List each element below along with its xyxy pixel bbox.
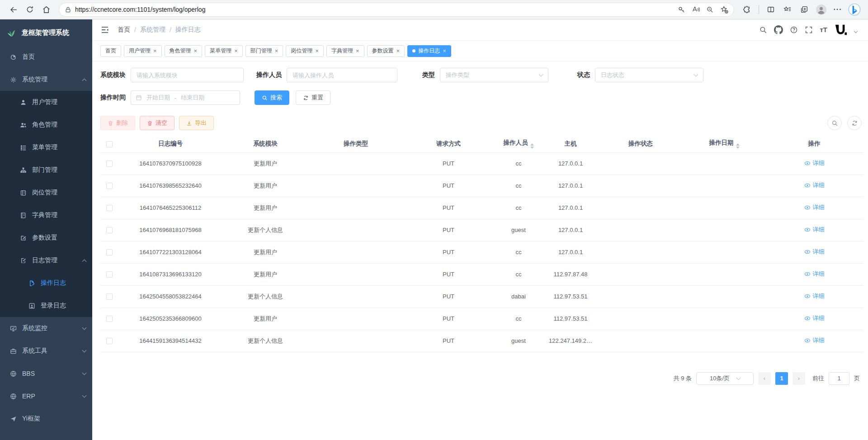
fullscreen-icon[interactable]	[805, 26, 813, 34]
github-icon[interactable]	[774, 25, 783, 34]
status-select[interactable]: 日志状态	[595, 68, 703, 82]
breadcrumb-home[interactable]: 首页	[118, 26, 130, 34]
tab[interactable]: 参数设置×	[367, 45, 405, 57]
tab-label: 部门管理	[250, 47, 272, 55]
goto-page-input[interactable]	[829, 372, 849, 385]
bing-chat-icon[interactable]	[847, 2, 862, 17]
detail-link[interactable]: 详细	[804, 226, 825, 234]
close-icon[interactable]: ×	[356, 48, 359, 54]
row-checkbox[interactable]	[106, 316, 113, 322]
tab[interactable]: 首页	[100, 45, 121, 57]
sidebar-item[interactable]: 系统管理	[0, 68, 92, 91]
tab[interactable]: 部门管理×	[245, 45, 283, 57]
row-checkbox[interactable]	[106, 249, 113, 255]
favorite-add-icon[interactable]	[720, 5, 728, 14]
sidebar-item[interactable]: 角色管理	[0, 114, 92, 136]
close-icon[interactable]: ×	[396, 48, 400, 54]
home-icon[interactable]	[39, 2, 53, 17]
extensions-icon[interactable]	[740, 2, 754, 17]
sidebar-collapse-icon[interactable]	[100, 25, 109, 34]
date-range-picker[interactable]: 开始日期 - 结束日期	[131, 90, 240, 105]
sidebar-item[interactable]: 登录日志	[0, 294, 92, 317]
next-page-button[interactable]	[793, 372, 805, 385]
current-page-button[interactable]: 1	[775, 372, 788, 385]
more-options-icon[interactable]	[830, 2, 845, 17]
row-checkbox[interactable]	[106, 183, 113, 189]
search-button[interactable]: 搜索	[255, 90, 289, 105]
close-icon[interactable]: ×	[315, 48, 319, 54]
row-checkbox[interactable]	[106, 161, 113, 167]
detail-link[interactable]: 详细	[804, 270, 825, 278]
sidebar-item[interactable]: 系统工具	[0, 340, 92, 362]
app-logo[interactable]: 意框架管理系统	[0, 19, 92, 46]
detail-link[interactable]: 详细	[804, 159, 825, 167]
help-icon[interactable]	[790, 26, 798, 34]
reset-button[interactable]: 重置	[296, 90, 330, 105]
tab[interactable]: 用户管理×	[124, 45, 162, 57]
close-icon[interactable]: ×	[153, 48, 157, 54]
collections-icon[interactable]	[797, 2, 811, 17]
tab[interactable]: 角色管理×	[165, 45, 203, 57]
close-icon[interactable]: ×	[275, 48, 278, 54]
export-button[interactable]: 导出	[179, 116, 214, 130]
back-icon[interactable]	[6, 2, 21, 17]
select-all-checkbox[interactable]	[106, 141, 113, 147]
address-bar[interactable]: https://ccnetcore.com:1101/system/log/op…	[59, 3, 734, 17]
clear-button[interactable]: 清空	[140, 116, 175, 130]
detail-link[interactable]: 详细	[804, 336, 825, 345]
sort-caret-icon[interactable]	[530, 143, 534, 149]
tab[interactable]: 菜单管理×	[205, 45, 243, 57]
url-text[interactable]: https://ccnetcore.com:1101/system/log/op…	[75, 6, 678, 13]
sidebar-item[interactable]: ERP	[0, 385, 92, 407]
close-icon[interactable]: ×	[194, 48, 198, 54]
sort-caret-icon[interactable]	[736, 143, 740, 149]
detail-link[interactable]: 详细	[804, 292, 825, 300]
sidebar-item[interactable]: BBS	[0, 362, 92, 385]
detail-link[interactable]: 详细	[804, 181, 825, 189]
close-icon[interactable]: ×	[443, 48, 446, 54]
favorites-icon[interactable]	[780, 2, 795, 17]
sidebar-item[interactable]: 日志管理	[0, 249, 92, 272]
search-icon[interactable]	[759, 26, 767, 34]
read-aloud-icon[interactable]	[692, 5, 700, 14]
sidebar-item[interactable]: 用户管理	[0, 91, 92, 114]
sidebar-item[interactable]: 系统监控	[0, 317, 92, 340]
delete-button[interactable]: 删除	[100, 116, 135, 130]
module-input[interactable]	[131, 68, 244, 82]
row-checkbox[interactable]	[106, 293, 113, 300]
sidebar-item[interactable]: 参数设置	[0, 227, 92, 249]
tab[interactable]: 操作日志×	[407, 45, 451, 57]
row-checkbox[interactable]	[106, 338, 113, 344]
tab[interactable]: 字典管理×	[326, 45, 364, 57]
sidebar-item[interactable]: 操作日志	[0, 272, 92, 294]
detail-link[interactable]: 详细	[804, 203, 825, 212]
page-size-select[interactable]: 10条/页	[696, 372, 754, 385]
operator-input[interactable]	[287, 68, 397, 82]
password-key-icon[interactable]	[678, 6, 685, 14]
table-refresh-button[interactable]	[847, 116, 862, 130]
sidebar-item[interactable]: 菜单管理	[0, 136, 92, 159]
row-checkbox[interactable]	[106, 271, 113, 278]
refresh-icon[interactable]	[23, 2, 37, 17]
zoom-out-icon[interactable]	[706, 6, 714, 14]
sidebar-item[interactable]: 字典管理	[0, 204, 92, 227]
detail-link[interactable]: 详细	[804, 314, 825, 322]
chevron-down-icon[interactable]	[854, 29, 858, 33]
split-screen-icon[interactable]	[764, 2, 778, 17]
table-search-button[interactable]	[827, 116, 842, 130]
close-icon[interactable]: ×	[234, 48, 238, 54]
user-logo[interactable]	[834, 23, 848, 37]
detail-link[interactable]: 详细	[804, 248, 825, 256]
row-checkbox[interactable]	[106, 205, 113, 211]
sidebar-item[interactable]: 岗位管理	[0, 181, 92, 204]
sidebar-item[interactable]: 首页	[0, 46, 92, 68]
sidebar-item[interactable]: 部门管理	[0, 159, 92, 181]
prev-page-button[interactable]	[758, 372, 771, 385]
breadcrumb-section[interactable]: 系统管理	[140, 26, 165, 34]
row-checkbox[interactable]	[106, 227, 113, 233]
sidebar-item[interactable]: Yi框架	[0, 407, 92, 430]
tab[interactable]: 岗位管理×	[286, 45, 324, 57]
profile-avatar[interactable]	[814, 2, 828, 17]
font-size-icon[interactable]	[820, 26, 827, 34]
type-select[interactable]: 操作类型	[440, 68, 548, 82]
